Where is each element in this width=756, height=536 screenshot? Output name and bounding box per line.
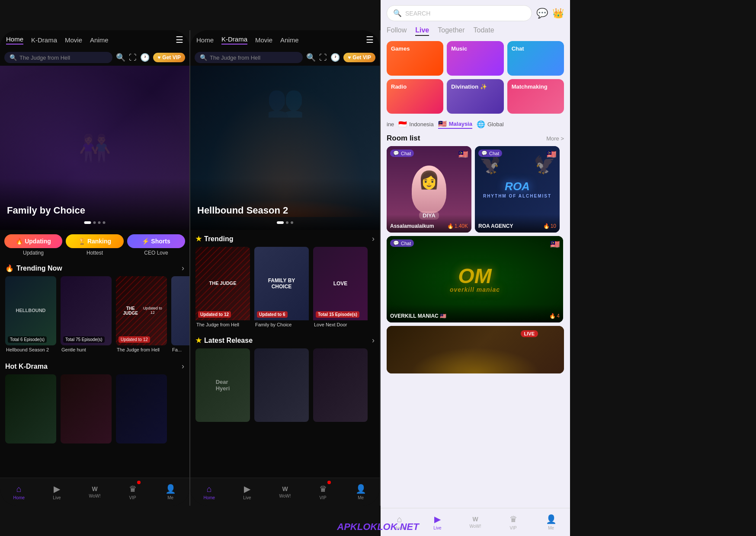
search-box-p1[interactable]: 🔍 The Judge from Hell xyxy=(4,52,112,63)
cat-updating-p1[interactable]: 🔥 Updating xyxy=(4,234,62,248)
cat-matchmaking[interactable]: Matchmaking xyxy=(507,79,564,114)
l-card-3[interactable] xyxy=(313,348,368,422)
room-more-btn[interactable]: More > xyxy=(546,135,564,142)
l-card-2[interactable] xyxy=(254,348,309,422)
bnav-me-p3[interactable]: 👤 Me xyxy=(532,508,570,536)
hamburger-p1[interactable]: ☰ xyxy=(176,35,183,45)
cat-shorts-p1[interactable]: ⚡ Shorts xyxy=(127,234,185,248)
l-card-1[interactable]: DearHyeri xyxy=(195,348,250,422)
region-malaysia[interactable]: 🇲🇾 Malaysia xyxy=(438,120,472,129)
cat-divination[interactable]: Divination ✨ xyxy=(447,79,503,114)
card-title-judge-p1: The Judge from Hell xyxy=(116,347,167,352)
room-grid: 👩 DIYA 💬 Chat 🇲🇾 Assalamualaikum 🔥 1.40K… xyxy=(381,146,570,322)
tab-together[interactable]: Together xyxy=(438,26,464,36)
magnify-btn-p2[interactable]: 🔍 xyxy=(306,53,316,62)
nav-home-p2[interactable]: Home xyxy=(196,36,214,44)
trending-arrow-p2[interactable]: › xyxy=(372,234,375,243)
hero-title-p2: Hellbound Season 2 xyxy=(197,205,288,216)
star-icon-p2: ★ xyxy=(195,235,202,243)
hkd-card-2[interactable] xyxy=(61,374,112,443)
room-list-header: Room list More > xyxy=(381,132,570,146)
nav-kdrama-p1[interactable]: K-Drama xyxy=(31,36,57,44)
room-diya[interactable]: 👩 DIYA 💬 Chat 🇲🇾 Assalamualaikum 🔥 1.40K xyxy=(387,146,471,233)
live-stream-row[interactable]: 👤 Key🌿 👤 Key🌿 LIVE xyxy=(387,326,564,373)
nav-movie-p2[interactable]: Movie xyxy=(255,36,272,44)
flag-diya: 🇲🇾 xyxy=(458,150,468,159)
search-box-p2[interactable]: 🔍 The Judge from Hell xyxy=(195,52,303,63)
region-indonesia[interactable]: 🇮🇩 Indonesia xyxy=(398,120,433,128)
show-card-fa[interactable]: Fa... xyxy=(171,276,189,352)
room-roa[interactable]: ROA RHYTHM OF ALCHEMIST 🦅 🦅 💬 Chat 🇲🇾 RO… xyxy=(475,146,560,233)
bnav-wow-p3[interactable]: W WoW! xyxy=(456,508,494,536)
fullscreen-btn-p2[interactable]: ⛶ xyxy=(319,53,327,62)
flag-om: 🇲🇾 xyxy=(550,239,560,249)
show-card-gentlehunt[interactable]: Total 75 Episode(s) Gentle hunt xyxy=(61,276,112,352)
nav-home-p1[interactable]: Home xyxy=(6,35,23,45)
tab-live[interactable]: Live xyxy=(415,26,429,36)
home-icon-p2: ⌂ xyxy=(207,484,212,494)
crown-icon-btn[interactable]: 👑 xyxy=(552,8,564,19)
bnav-live-p3[interactable]: ▶ Live xyxy=(419,508,457,536)
t-card-fbc[interactable]: FAMILY BY CHOICE Updated to 6 Family by … xyxy=(254,247,309,327)
bnav-wow-p2[interactable]: W WoW! xyxy=(266,478,304,506)
t-card-love[interactable]: LOVE Total 15 Episode(s) Love Next Door xyxy=(313,247,368,327)
bnav-me-p1[interactable]: 👤 Me xyxy=(151,478,189,506)
hkd-card-1[interactable] xyxy=(5,374,56,443)
bnav-vip-p2[interactable]: ♛ VIP xyxy=(304,478,342,506)
panel2: Home K-Drama Movie Anime ☰ 🔍 The Judge f… xyxy=(190,30,380,506)
nav-anime-p2[interactable]: Anime xyxy=(280,36,299,44)
nav-anime-p1[interactable]: Anime xyxy=(90,36,109,44)
cat-radio[interactable]: Radio xyxy=(387,79,443,114)
chat-icon-btn[interactable]: 💬 xyxy=(536,8,548,19)
bnav-home-p2[interactable]: ⌂ Home xyxy=(190,478,228,506)
clock-btn-p1[interactable]: 🕐 xyxy=(140,53,150,62)
chat-icon-diya: 💬 xyxy=(393,150,399,156)
bnav-me-p2[interactable]: 👤 Me xyxy=(342,478,380,506)
bnav-live-p2[interactable]: ▶ Live xyxy=(228,478,266,506)
dot-1 xyxy=(84,221,91,224)
bnav-wow-p1[interactable]: W WoW! xyxy=(76,478,114,506)
hero-banner-p1[interactable]: 👫 Family by Choice xyxy=(0,66,189,230)
cat-ranking-p1[interactable]: 🏆 Ranking xyxy=(66,234,124,248)
room-info-roa: ROA AGENCY 🔥 10 xyxy=(475,214,560,233)
bnav-vip-p3[interactable]: ♛ VIP xyxy=(494,508,532,536)
vip-btn-p2[interactable]: ♥ Get VIP xyxy=(343,53,375,62)
hamburger-p2[interactable]: ☰ xyxy=(366,35,374,45)
trending-arrow-p1[interactable]: › xyxy=(182,264,184,273)
bnav-live-p1[interactable]: ▶ Live xyxy=(38,478,76,506)
cat-chat[interactable]: Chat xyxy=(507,41,564,76)
region-global[interactable]: 🌐 Global xyxy=(477,120,504,128)
bnav-home-p1[interactable]: ⌂ Home xyxy=(0,478,38,506)
show-card-hellbound[interactable]: HELLBOUND Total 6 Episode(s) Hellbound S… xyxy=(5,276,56,352)
bnav-wow-label-p1: WoW! xyxy=(89,494,100,498)
region-ine[interactable]: ine xyxy=(387,121,394,128)
t-card-judge[interactable]: THE JUDGE Updated to 12 The Judge from H… xyxy=(195,247,250,327)
bnav-home-label-p1: Home xyxy=(13,495,25,500)
magnify-btn-p1[interactable]: 🔍 xyxy=(116,53,125,62)
hot-kdrama-row xyxy=(0,374,189,449)
vip-btn-p1[interactable]: ♥ Get VIP xyxy=(153,53,185,62)
right-search-box[interactable]: 🔍 SEARCH xyxy=(387,5,532,21)
card-title-fa: Fa... xyxy=(171,347,189,352)
show-card-judge-p1[interactable]: THE JUDGEUpdated to 12 Updated to 12 The… xyxy=(116,276,167,352)
bnav-vip-p1[interactable]: ♛ VIP xyxy=(114,478,152,506)
badge-gentle: Total 75 Episode(s) xyxy=(63,336,105,343)
nav-kdrama-p2[interactable]: K-Drama xyxy=(221,35,247,45)
room-om[interactable]: OM overkill maniac 💬 Chat 🇲🇾 OVERKILL MA… xyxy=(387,236,563,322)
badge-love: Total 15 Episode(s) xyxy=(316,311,359,318)
vip-badge-p2 xyxy=(327,481,331,484)
tab-follow[interactable]: Follow xyxy=(387,26,407,36)
latest-arrow-p2[interactable]: › xyxy=(372,336,375,345)
latest-cards-p2: DearHyeri xyxy=(190,348,380,426)
hkd-card-3[interactable] xyxy=(116,374,167,443)
tab-todate[interactable]: Todate xyxy=(474,26,494,36)
cat-games[interactable]: Games xyxy=(387,41,443,76)
hot-kdrama-arrow[interactable]: › xyxy=(182,362,184,371)
fullscreen-btn-p1[interactable]: ⛶ xyxy=(129,53,137,62)
hero-banner-p2[interactable]: 👥 Hellbound Season 2 xyxy=(190,66,380,230)
wow-icon-p3: W xyxy=(472,516,478,523)
radio-label: Radio xyxy=(391,83,407,90)
clock-btn-p2[interactable]: 🕐 xyxy=(330,53,340,62)
cat-music[interactable]: Music xyxy=(447,41,503,76)
nav-movie-p1[interactable]: Movie xyxy=(65,36,82,44)
